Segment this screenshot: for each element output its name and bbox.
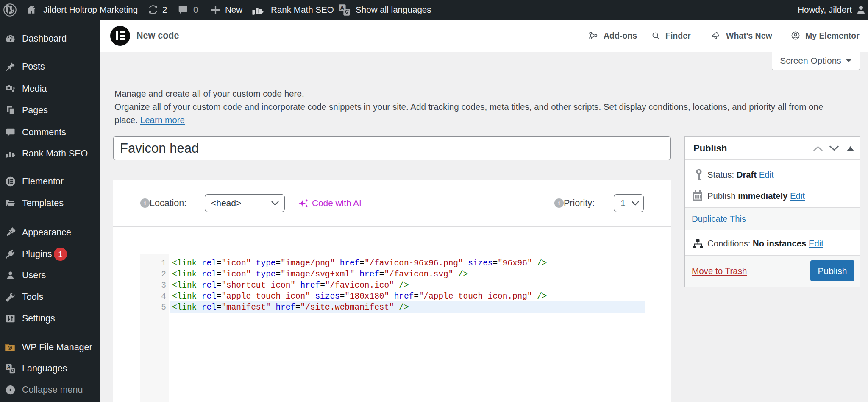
svg-text:W: W xyxy=(8,346,12,350)
